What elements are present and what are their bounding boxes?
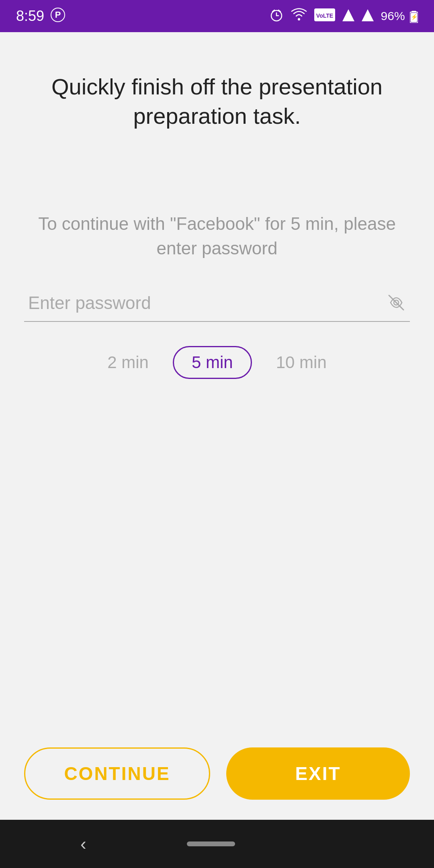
eye-off-icon [387,293,406,312]
signal-icon-1 [342,9,354,23]
alarm-icon [269,8,284,25]
volte-icon: VoLTE [314,8,335,24]
parking-icon: P [51,8,65,25]
wifi-icon [291,8,307,25]
continue-button[interactable]: CONTINUE [24,747,210,800]
nav-bar: ‹ [0,820,434,868]
home-pill[interactable] [187,841,235,846]
svg-text:VoLTE: VoLTE [316,12,333,19]
password-input[interactable] [24,285,410,322]
battery-indicator: 96% ⚡ [381,9,418,23]
status-bar-left: 8:59 P [16,8,65,25]
exit-button[interactable]: EXIT [226,747,410,800]
eye-icon-container[interactable] [387,293,406,314]
svg-text:P: P [55,10,61,20]
svg-marker-10 [342,9,354,21]
svg-text:⚡: ⚡ [411,14,418,20]
subtitle: To continue with "Facebook" for 5 min, p… [24,211,410,261]
time-option-10min[interactable]: 10 min [276,353,327,372]
time-option-2min[interactable]: 2 min [107,353,149,372]
main-content: Quickly finish off the presentation prep… [0,32,434,731]
signal-icon-2 [362,9,374,23]
main-title: Quickly finish off the presentation prep… [24,72,410,131]
time-selector: 2 min 5 min 10 min [107,346,326,379]
bottom-buttons: CONTINUE EXIT [0,731,434,820]
svg-marker-11 [362,9,374,21]
password-container [24,285,410,322]
status-bar-right: VoLTE 96% ⚡ [269,8,418,25]
time-option-5min[interactable]: 5 min [173,346,252,379]
status-time: 8:59 [16,8,44,25]
back-button[interactable]: ‹ [80,834,86,854]
status-bar: 8:59 P [0,0,434,32]
svg-point-7 [298,18,300,20]
